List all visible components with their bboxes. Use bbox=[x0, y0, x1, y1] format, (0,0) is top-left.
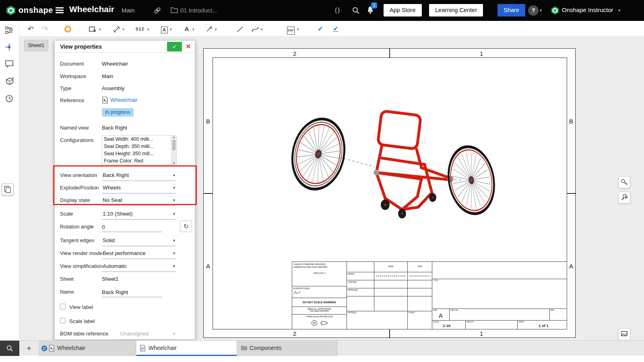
simplification-dropdown[interactable]: Automatic ▾ bbox=[102, 261, 176, 272]
render-mode-dropdown[interactable]: Best performance ▾ bbox=[102, 249, 176, 259]
insert-view-caret-icon[interactable]: ▾ bbox=[99, 27, 101, 31]
scale-label-checkbox[interactable] bbox=[60, 318, 66, 323]
drawing-tree-icon[interactable] bbox=[5, 26, 14, 35]
chevron-down-icon: ▾ bbox=[173, 238, 175, 243]
named-view-row: Named view Back Right bbox=[55, 123, 195, 135]
inspect-sheet-icon[interactable]: ✓ bbox=[331, 24, 341, 34]
tab-label: Wheelchair bbox=[149, 345, 177, 351]
callout-caret-icon[interactable]: ▾ bbox=[215, 27, 217, 31]
sheets-panel-button[interactable] bbox=[2, 183, 14, 195]
dimension-icon[interactable] bbox=[112, 24, 122, 34]
zone-label: B bbox=[569, 118, 573, 125]
bom-reference-dropdown[interactable]: Unassigned ▾ bbox=[119, 329, 176, 339]
sheet-tab[interactable]: Sheet1 bbox=[24, 40, 48, 51]
spline-caret-icon[interactable]: ▾ bbox=[261, 27, 263, 31]
status-badge: In progress bbox=[102, 108, 134, 117]
tab-wheelchair-assembly[interactable]: Wheelchair bbox=[39, 341, 136, 356]
view-name-input[interactable] bbox=[102, 287, 162, 297]
scale-dropdown[interactable]: 1:10 (Sheet) ▾ bbox=[102, 209, 176, 220]
comment-icon[interactable] bbox=[5, 60, 14, 69]
cancel-button[interactable]: ✕ bbox=[184, 42, 193, 51]
note-caret-icon[interactable]: ▾ bbox=[192, 27, 194, 31]
view-label-checkbox[interactable] bbox=[60, 304, 66, 309]
tangent-edges-dropdown[interactable]: Solid ▾ bbox=[102, 236, 176, 246]
wrench-icon[interactable] bbox=[618, 191, 630, 204]
document-title[interactable]: Wheelchair bbox=[69, 4, 114, 14]
share-link-icon[interactable] bbox=[154, 7, 161, 16]
scrollbar-thumb[interactable] bbox=[172, 140, 175, 150]
field-label: Document bbox=[60, 61, 84, 67]
user-menu-caret-icon[interactable]: ▾ bbox=[618, 8, 620, 12]
dxf-export-icon[interactable]: DXF bbox=[286, 24, 295, 34]
wheelchair-frame bbox=[376, 111, 450, 210]
view-properties-panel: View properties ✓ ✕ Document Wheelchair … bbox=[54, 40, 195, 340]
hamburger-menu-icon[interactable] bbox=[56, 7, 64, 14]
checkbox-label: Scale label bbox=[69, 318, 95, 324]
wheelchair-drawing-view[interactable] bbox=[278, 94, 514, 232]
configurations-scrollbar[interactable]: ▲ ▼ bbox=[171, 136, 176, 165]
dropdown-value: Back Right bbox=[103, 172, 169, 178]
material-label: MATERIAL bbox=[348, 312, 357, 314]
reset-rotation-icon[interactable]: ↻ bbox=[180, 220, 192, 232]
help-caret-icon[interactable]: ▾ bbox=[540, 8, 542, 12]
drawn-date bbox=[409, 275, 430, 277]
parts-question-icon[interactable]: ? bbox=[5, 76, 14, 86]
chevron-down-icon: ▾ bbox=[173, 212, 175, 216]
featurescript-notices-icon[interactable]: { } bbox=[335, 6, 339, 13]
accept-button[interactable]: ✓ bbox=[167, 42, 182, 51]
tab-wheelchair-drawing[interactable]: Wheelchair bbox=[136, 341, 237, 356]
text-table-caret-icon[interactable]: ▾ bbox=[170, 27, 172, 31]
zone-label: 1 bbox=[480, 50, 483, 57]
rotation-angle-input[interactable] bbox=[102, 222, 162, 232]
deburr-note: AND REMOVE BURRS bbox=[292, 310, 347, 312]
dimension-point-icon[interactable] bbox=[5, 43, 14, 52]
user-menu[interactable]: Onshape Instructor bbox=[562, 6, 613, 13]
do-not-scale-cell: DO NOT SCALE DRAWING bbox=[292, 298, 347, 307]
spline-icon[interactable] bbox=[250, 24, 260, 34]
search-icon[interactable] bbox=[352, 6, 360, 16]
display-state-dropdown[interactable]: No Seat ▾ bbox=[102, 195, 176, 206]
scroll-down-icon[interactable]: ▼ bbox=[171, 162, 176, 165]
ordinate-caret-icon[interactable]: ▾ bbox=[147, 27, 149, 31]
drawing-sheet[interactable]: 2 1 2 1 B A B A bbox=[203, 48, 576, 338]
undo-icon[interactable]: ↶ bbox=[26, 24, 35, 34]
help-button[interactable]: ? bbox=[528, 5, 539, 16]
dropdown-value: No Seat bbox=[103, 197, 169, 203]
insert-view-icon[interactable] bbox=[88, 24, 97, 34]
third-angle-symbol bbox=[310, 319, 329, 327]
onshape-logo-icon[interactable] bbox=[6, 5, 16, 17]
redo-icon[interactable]: ↷ bbox=[40, 24, 50, 34]
tab-components-folder[interactable]: Components bbox=[237, 341, 337, 356]
notifications-bell-icon[interactable]: 1 bbox=[366, 6, 374, 16]
update-views-indicator-icon[interactable] bbox=[64, 26, 71, 33]
field-label: Scale bbox=[60, 211, 73, 217]
reference-link[interactable]: Wheelchair bbox=[110, 97, 138, 103]
add-tab-button[interactable]: + bbox=[23, 342, 35, 354]
field-label: Name bbox=[60, 289, 74, 295]
line-icon[interactable] bbox=[235, 24, 245, 34]
scroll-up-icon[interactable]: ▲ bbox=[171, 136, 176, 138]
ordinate-dimension-icon[interactable]: 012 bbox=[135, 24, 145, 34]
share-button[interactable]: Share bbox=[497, 4, 525, 16]
approved-label: APPROVED bbox=[347, 288, 374, 296]
dxf-caret-icon[interactable]: ▾ bbox=[297, 27, 299, 31]
plot-sheet-icon[interactable] bbox=[618, 328, 630, 340]
history-icon[interactable] bbox=[5, 94, 14, 104]
view-orientation-dropdown[interactable]: Back Right ▾ bbox=[102, 171, 176, 181]
dimension-caret-icon[interactable]: ▾ bbox=[122, 27, 124, 31]
workspace-name[interactable]: Main bbox=[122, 7, 135, 14]
note-icon[interactable]: A bbox=[182, 24, 192, 34]
text-table-icon[interactable]: A bbox=[159, 24, 169, 34]
learning-center-button[interactable]: Learning Center bbox=[429, 4, 483, 16]
drawing-toolbar: ↶ ↷ ▾ ▾ 012 ▾ A ▾ A ▾ ▾ ▾ DXF ▾ ✓ ✓ bbox=[19, 21, 644, 37]
explode-position-dropdown[interactable]: Wheels ▾ bbox=[102, 183, 176, 193]
folder-breadcrumb[interactable]: 01 Introduct... bbox=[180, 7, 217, 14]
field-value: Assembly bbox=[102, 85, 124, 91]
validate-sheet-icon[interactable]: ✓ bbox=[316, 24, 325, 34]
configurations-list[interactable]: Seat Width: 400 milli... Seat Depth: 350… bbox=[102, 135, 177, 165]
document-row: Document Wheelchair bbox=[55, 59, 195, 71]
tab-search-icon[interactable] bbox=[0, 341, 19, 356]
measure-icon[interactable] bbox=[618, 176, 630, 188]
app-store-button[interactable]: App Store bbox=[384, 4, 422, 16]
callout-icon[interactable] bbox=[204, 24, 214, 34]
